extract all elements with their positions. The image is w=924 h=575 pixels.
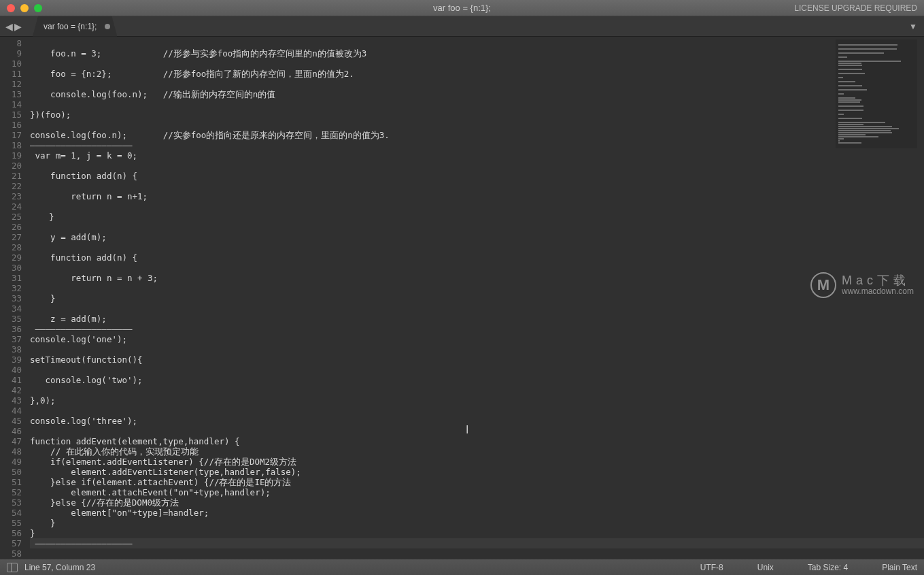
- code-line[interactable]: [30, 283, 924, 293]
- overflow-menu-icon[interactable]: ▼: [909, 22, 917, 31]
- code-line[interactable]: [30, 263, 924, 273]
- code-line[interactable]: ———————————————————: [30, 538, 924, 548]
- code-line[interactable]: return n = n+1;: [30, 191, 924, 201]
- line-number: 42: [0, 385, 22, 395]
- code-line[interactable]: ————————————————————: [30, 140, 924, 150]
- code-line[interactable]: [30, 99, 924, 110]
- code-line[interactable]: function add(n) {: [30, 171, 924, 181]
- line-number: 41: [0, 375, 22, 385]
- line-number: 56: [0, 528, 22, 538]
- code-line[interactable]: }else if(element.attachEvent) {//存在的是IE的…: [30, 477, 924, 487]
- line-number: 57: [0, 538, 22, 548]
- code-line[interactable]: [30, 161, 924, 171]
- code-line[interactable]: if(element.addEventListener) {//存在的是DOM2…: [30, 457, 924, 467]
- line-number: 9: [0, 48, 22, 59]
- line-number-gutter: 8910111213141516171819202122232425262728…: [0, 37, 30, 559]
- panel-switcher-icon[interactable]: [7, 563, 18, 572]
- code-line[interactable]: foo.n = 3; //形参与实参foo指向的内存空间里的n的值被改为3: [30, 48, 924, 59]
- maximize-window-button[interactable]: [34, 4, 42, 12]
- code-line[interactable]: [30, 303, 924, 314]
- line-number: 32: [0, 283, 22, 293]
- line-number: 30: [0, 263, 22, 273]
- code-line[interactable]: console.log('one');: [30, 334, 924, 344]
- title-bar: var foo = {n:1}; LICENSE UPGRADE REQUIRE…: [0, 0, 924, 16]
- code-line[interactable]: [30, 385, 924, 395]
- line-number: 58: [0, 548, 22, 559]
- line-number: 19: [0, 150, 22, 161]
- line-number: 25: [0, 212, 22, 222]
- line-number: 48: [0, 446, 22, 457]
- code-line[interactable]: }: [30, 212, 924, 222]
- minimap[interactable]: [836, 39, 917, 148]
- code-line[interactable]: [30, 59, 924, 69]
- nav-back-icon[interactable]: ◀: [5, 21, 13, 32]
- nav-arrows: ◀ ▶: [0, 21, 27, 32]
- line-number: 47: [0, 436, 22, 446]
- code-line[interactable]: var m= 1, j = k = 0;: [30, 150, 924, 161]
- code-line[interactable]: function add(n) {: [30, 252, 924, 263]
- code-line[interactable]: element["on"+type]=handler;: [30, 508, 924, 518]
- line-number: 12: [0, 79, 22, 89]
- syntax-selector[interactable]: Plain Text: [882, 563, 917, 572]
- code-line[interactable]: [30, 406, 924, 416]
- code-line[interactable]: [30, 38, 924, 48]
- line-number: 17: [0, 130, 22, 140]
- code-line[interactable]: element.attachEvent("on"+type,handler);: [30, 487, 924, 497]
- line-number: 8: [0, 38, 22, 48]
- nav-forward-icon[interactable]: ▶: [14, 21, 22, 32]
- line-number: 20: [0, 161, 22, 171]
- code-line[interactable]: y = add(m);: [30, 232, 924, 242]
- code-area[interactable]: foo.n = 3; //形参与实参foo指向的内存空间里的n的值被改为3 fo…: [30, 37, 924, 559]
- close-window-button[interactable]: [7, 4, 15, 12]
- minimize-window-button[interactable]: [20, 4, 29, 12]
- code-line[interactable]: [30, 426, 924, 436]
- file-tab[interactable]: var foo = {n:1};: [33, 16, 117, 37]
- code-line[interactable]: function addEvent(element,type,handler) …: [30, 436, 924, 446]
- code-line[interactable]: })(foo);: [30, 110, 924, 120]
- line-number: 10: [0, 59, 22, 69]
- line-number: 31: [0, 273, 22, 283]
- code-line[interactable]: [30, 201, 924, 212]
- code-line[interactable]: }else {//存在的是DOM0级方法: [30, 497, 924, 508]
- code-line[interactable]: }: [30, 518, 924, 528]
- code-line[interactable]: [30, 242, 924, 252]
- code-line[interactable]: console.log(foo.n); //实参foo的指向还是原来的内存空间，…: [30, 130, 924, 140]
- line-number: 18: [0, 140, 22, 150]
- code-line[interactable]: [30, 365, 924, 375]
- code-line[interactable]: [30, 120, 924, 130]
- line-number: 36: [0, 324, 22, 334]
- tab-modified-indicator[interactable]: [105, 24, 110, 29]
- code-line[interactable]: ———————————————————: [30, 324, 924, 334]
- code-line[interactable]: [30, 79, 924, 89]
- line-number: 43: [0, 395, 22, 406]
- code-line[interactable]: setTimeout(function(){: [30, 355, 924, 365]
- code-line[interactable]: [30, 181, 924, 191]
- code-line[interactable]: },0);: [30, 395, 924, 406]
- line-number: 26: [0, 222, 22, 232]
- code-line[interactable]: foo = {n:2}; //形参foo指向了新的内存空间，里面n的值为2.: [30, 69, 924, 79]
- code-line[interactable]: z = add(m);: [30, 314, 924, 324]
- line-number: 46: [0, 426, 22, 436]
- code-line[interactable]: }: [30, 528, 924, 538]
- code-line[interactable]: console.log('two');: [30, 375, 924, 385]
- code-line[interactable]: return n = n + 3;: [30, 273, 924, 283]
- line-number: 21: [0, 171, 22, 181]
- code-line[interactable]: }: [30, 293, 924, 303]
- line-number: 34: [0, 303, 22, 314]
- cursor-position[interactable]: Line 57, Column 23: [24, 563, 700, 572]
- tab-label: var foo = {n:1};: [44, 22, 97, 31]
- code-line[interactable]: [30, 344, 924, 355]
- code-line[interactable]: console.log('three');: [30, 416, 924, 426]
- code-line[interactable]: element.addEventListener(type,handler,fa…: [30, 467, 924, 477]
- line-number: 22: [0, 181, 22, 191]
- line-number: 45: [0, 416, 22, 426]
- code-line[interactable]: [30, 548, 924, 559]
- line-number: 54: [0, 508, 22, 518]
- code-line[interactable]: [30, 222, 924, 232]
- license-warning: LICENSE UPGRADE REQUIRED: [794, 3, 917, 13]
- encoding-selector[interactable]: UTF-8: [700, 563, 723, 572]
- tab-size-selector[interactable]: Tab Size: 4: [808, 563, 848, 572]
- code-line[interactable]: // 在此输入你的代码，实现预定功能: [30, 446, 924, 457]
- line-endings-selector[interactable]: Unix: [757, 563, 774, 572]
- code-line[interactable]: console.log(foo.n); //输出新的内存空间的n的值: [30, 89, 924, 99]
